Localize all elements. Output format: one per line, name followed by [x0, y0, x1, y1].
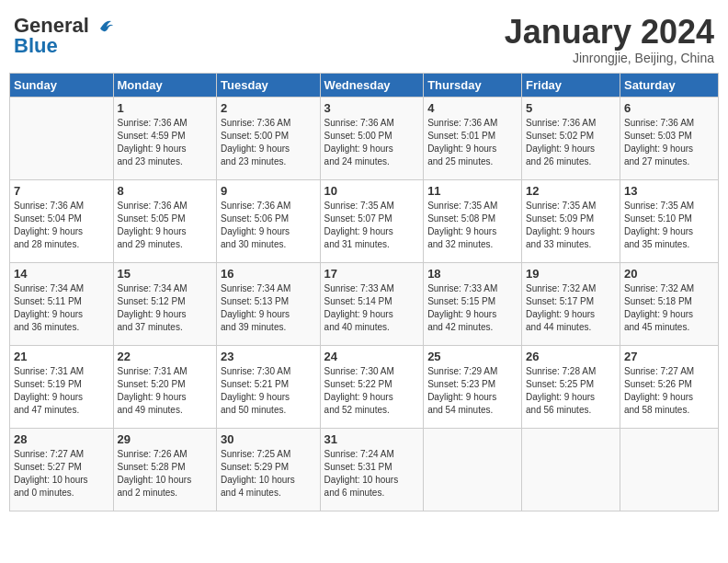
title-block: January 2024 Jinrongjie, Beijing, China — [505, 14, 714, 65]
weekday-header-tuesday: Tuesday — [217, 73, 321, 97]
day-info: Sunrise: 7:25 AMSunset: 5:29 PMDaylight:… — [221, 448, 316, 500]
weekday-header-friday: Friday — [522, 73, 620, 97]
day-number: 10 — [324, 184, 420, 198]
logo-bird-icon — [93, 16, 113, 36]
calendar-cell — [620, 428, 719, 511]
calendar-cell: 9Sunrise: 7:36 AMSunset: 5:06 PMDaylight… — [217, 179, 321, 262]
day-info: Sunrise: 7:36 AMSunset: 5:02 PMDaylight:… — [526, 117, 616, 168]
calendar-cell: 7Sunrise: 7:36 AMSunset: 5:04 PMDaylight… — [10, 179, 114, 262]
week-row-3: 14Sunrise: 7:34 AMSunset: 5:11 PMDayligh… — [10, 262, 719, 345]
week-row-2: 7Sunrise: 7:36 AMSunset: 5:04 PMDaylight… — [10, 179, 719, 262]
day-number: 9 — [221, 184, 316, 198]
day-info: Sunrise: 7:35 AMSunset: 5:10 PMDaylight:… — [624, 200, 714, 251]
day-info: Sunrise: 7:27 AMSunset: 5:26 PMDaylight:… — [624, 365, 714, 417]
calendar-cell: 18Sunrise: 7:33 AMSunset: 5:15 PMDayligh… — [424, 262, 522, 345]
calendar-table: SundayMondayTuesdayWednesdayThursdayFrid… — [9, 73, 719, 511]
day-number: 16 — [221, 267, 316, 281]
day-number: 6 — [624, 101, 714, 115]
calendar-cell: 13Sunrise: 7:35 AMSunset: 5:10 PMDayligh… — [620, 179, 719, 262]
day-info: Sunrise: 7:33 AMSunset: 5:14 PMDaylight:… — [324, 282, 420, 334]
day-info: Sunrise: 7:36 AMSunset: 5:06 PMDaylight:… — [221, 200, 316, 251]
page-header: General Blue January 2024 Jinrongjie, Be… — [9, 9, 719, 65]
weekday-header-monday: Monday — [113, 73, 217, 97]
calendar-cell: 19Sunrise: 7:32 AMSunset: 5:17 PMDayligh… — [522, 262, 620, 345]
day-info: Sunrise: 7:28 AMSunset: 5:25 PMDaylight:… — [526, 365, 616, 417]
day-info: Sunrise: 7:35 AMSunset: 5:08 PMDaylight:… — [427, 200, 518, 251]
weekday-header-row: SundayMondayTuesdayWednesdayThursdayFrid… — [10, 73, 719, 97]
day-info: Sunrise: 7:35 AMSunset: 5:07 PMDaylight:… — [324, 200, 420, 251]
day-number: 17 — [324, 267, 420, 281]
day-info: Sunrise: 7:31 AMSunset: 5:19 PMDaylight:… — [14, 365, 109, 417]
calendar-cell: 1Sunrise: 7:36 AMSunset: 4:59 PMDaylight… — [113, 97, 217, 179]
calendar-cell: 2Sunrise: 7:36 AMSunset: 5:00 PMDaylight… — [217, 97, 321, 179]
day-info: Sunrise: 7:31 AMSunset: 5:20 PMDaylight:… — [118, 365, 213, 417]
week-row-4: 21Sunrise: 7:31 AMSunset: 5:19 PMDayligh… — [10, 345, 719, 428]
calendar-cell: 16Sunrise: 7:34 AMSunset: 5:13 PMDayligh… — [217, 262, 321, 345]
day-number: 18 — [427, 267, 518, 281]
calendar-cell: 31Sunrise: 7:24 AMSunset: 5:31 PMDayligh… — [320, 428, 424, 511]
day-number: 11 — [427, 184, 518, 198]
day-info: Sunrise: 7:36 AMSunset: 5:04 PMDaylight:… — [14, 200, 109, 251]
day-info: Sunrise: 7:30 AMSunset: 5:22 PMDaylight:… — [324, 365, 420, 417]
day-info: Sunrise: 7:32 AMSunset: 5:18 PMDaylight:… — [624, 282, 714, 334]
day-number: 2 — [221, 101, 316, 115]
calendar-cell: 8Sunrise: 7:36 AMSunset: 5:05 PMDaylight… — [113, 179, 217, 262]
weekday-header-thursday: Thursday — [424, 73, 522, 97]
day-number: 7 — [14, 184, 109, 198]
weekday-header-wednesday: Wednesday — [320, 73, 424, 97]
calendar-cell: 10Sunrise: 7:35 AMSunset: 5:07 PMDayligh… — [320, 179, 424, 262]
day-number: 15 — [118, 267, 213, 281]
calendar-cell: 6Sunrise: 7:36 AMSunset: 5:03 PMDaylight… — [620, 97, 719, 179]
day-number: 5 — [526, 101, 616, 115]
day-number: 8 — [118, 184, 213, 198]
day-number: 26 — [526, 350, 616, 363]
day-number: 22 — [118, 350, 213, 363]
calendar-cell: 21Sunrise: 7:31 AMSunset: 5:19 PMDayligh… — [10, 345, 114, 428]
day-number: 4 — [427, 101, 518, 115]
day-info: Sunrise: 7:36 AMSunset: 5:00 PMDaylight:… — [221, 117, 316, 168]
day-info: Sunrise: 7:34 AMSunset: 5:13 PMDaylight:… — [221, 282, 316, 334]
day-info: Sunrise: 7:32 AMSunset: 5:17 PMDaylight:… — [526, 282, 616, 334]
calendar-cell — [522, 428, 620, 511]
day-number: 27 — [624, 350, 714, 363]
day-number: 1 — [118, 101, 213, 115]
calendar-cell: 12Sunrise: 7:35 AMSunset: 5:09 PMDayligh… — [522, 179, 620, 262]
calendar-cell: 17Sunrise: 7:33 AMSunset: 5:14 PMDayligh… — [320, 262, 424, 345]
day-number: 21 — [14, 350, 109, 363]
day-number: 30 — [221, 432, 316, 446]
calendar-cell: 25Sunrise: 7:29 AMSunset: 5:23 PMDayligh… — [424, 345, 522, 428]
calendar-cell: 23Sunrise: 7:30 AMSunset: 5:21 PMDayligh… — [217, 345, 321, 428]
day-info: Sunrise: 7:24 AMSunset: 5:31 PMDaylight:… — [324, 448, 420, 500]
day-info: Sunrise: 7:26 AMSunset: 5:28 PMDaylight:… — [118, 448, 213, 500]
day-info: Sunrise: 7:33 AMSunset: 5:15 PMDaylight:… — [427, 282, 518, 334]
day-number: 12 — [526, 184, 616, 198]
calendar-cell — [10, 97, 114, 179]
day-number: 3 — [324, 101, 420, 115]
calendar-cell: 5Sunrise: 7:36 AMSunset: 5:02 PMDaylight… — [522, 97, 620, 179]
calendar-cell: 26Sunrise: 7:28 AMSunset: 5:25 PMDayligh… — [522, 345, 620, 428]
day-info: Sunrise: 7:30 AMSunset: 5:21 PMDaylight:… — [221, 365, 316, 417]
day-number: 29 — [118, 432, 213, 446]
week-row-5: 28Sunrise: 7:27 AMSunset: 5:27 PMDayligh… — [10, 428, 719, 511]
location-subtitle: Jinrongjie, Beijing, China — [505, 51, 714, 65]
week-row-1: 1Sunrise: 7:36 AMSunset: 4:59 PMDaylight… — [10, 97, 719, 179]
calendar-cell: 3Sunrise: 7:36 AMSunset: 5:00 PMDaylight… — [320, 97, 424, 179]
calendar-cell: 28Sunrise: 7:27 AMSunset: 5:27 PMDayligh… — [10, 428, 114, 511]
logo-blue-text: Blue — [14, 34, 58, 58]
calendar-cell: 14Sunrise: 7:34 AMSunset: 5:11 PMDayligh… — [10, 262, 114, 345]
day-info: Sunrise: 7:34 AMSunset: 5:12 PMDaylight:… — [118, 282, 213, 334]
calendar-cell: 30Sunrise: 7:25 AMSunset: 5:29 PMDayligh… — [217, 428, 321, 511]
day-number: 13 — [624, 184, 714, 198]
calendar-cell: 11Sunrise: 7:35 AMSunset: 5:08 PMDayligh… — [424, 179, 522, 262]
day-info: Sunrise: 7:36 AMSunset: 5:01 PMDaylight:… — [427, 117, 518, 168]
day-number: 19 — [526, 267, 616, 281]
day-info: Sunrise: 7:27 AMSunset: 5:27 PMDaylight:… — [14, 448, 109, 500]
calendar-cell: 20Sunrise: 7:32 AMSunset: 5:18 PMDayligh… — [620, 262, 719, 345]
day-number: 14 — [14, 267, 109, 281]
calendar-cell: 15Sunrise: 7:34 AMSunset: 5:12 PMDayligh… — [113, 262, 217, 345]
day-number: 28 — [14, 432, 109, 446]
calendar-cell: 4Sunrise: 7:36 AMSunset: 5:01 PMDaylight… — [424, 97, 522, 179]
day-number: 24 — [324, 350, 420, 363]
month-title: January 2024 — [505, 14, 714, 51]
weekday-header-sunday: Sunday — [10, 73, 114, 97]
